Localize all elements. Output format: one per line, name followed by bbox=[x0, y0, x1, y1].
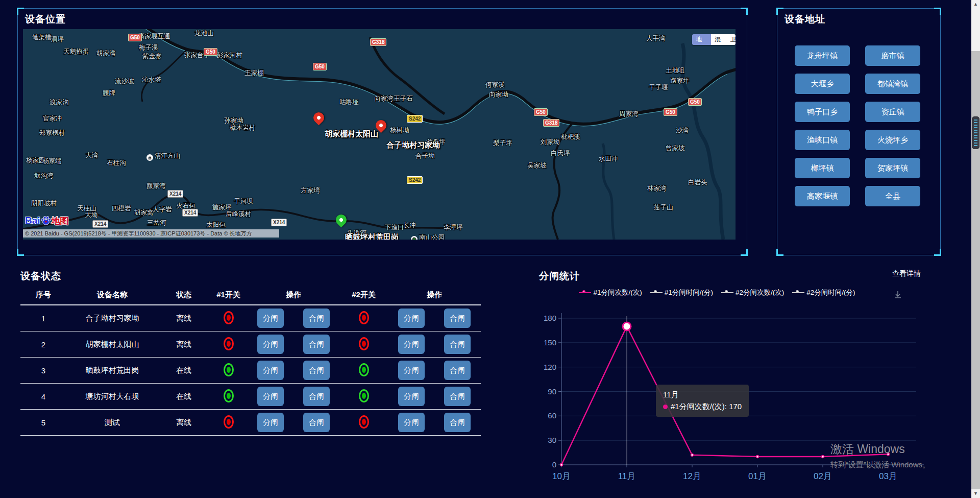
address-button-moshi[interactable]: 磨市镇 bbox=[865, 45, 920, 66]
switch1-indicator bbox=[224, 363, 234, 376]
device-status-table: 序号 设备名称 状态 #1开关 操作 #2开关 操作 1 合子坳村习家坳 离线 … bbox=[20, 285, 481, 436]
corner-accent bbox=[934, 249, 941, 256]
device-location-panel: 设备位置 笔架槽洞坪高家堰互通龙池山天鹅抱蛋胡家湾梅子溪紫金寨张家台子彭家河村王… bbox=[17, 8, 747, 255]
close-breaker-button[interactable]: 合闸 bbox=[444, 413, 471, 432]
close-breaker-button[interactable]: 合闸 bbox=[303, 413, 330, 432]
close-breaker-button[interactable]: 合闸 bbox=[444, 309, 471, 328]
map-place-label: 路家坪 bbox=[670, 77, 690, 85]
map-place-label: 樟木岩村 bbox=[230, 124, 255, 132]
device-name: 晒鼓坪村荒田岗 bbox=[66, 366, 158, 375]
park-poi-icon bbox=[411, 236, 418, 240]
address-button-ziqiu[interactable]: 资丘镇 bbox=[865, 102, 920, 122]
legend-item[interactable]: #2分闸次数/(次) bbox=[721, 288, 784, 297]
map-place-label: 水田冲 bbox=[599, 155, 618, 163]
map-place-label: 石柱沟 bbox=[107, 159, 126, 168]
os-scrollbar[interactable]: ▲ ▼ bbox=[971, 0, 980, 498]
open-breaker-button[interactable]: 分闸 bbox=[257, 361, 284, 380]
map-place-label: 堰沟湾 bbox=[34, 172, 54, 180]
baidu-map[interactable]: 笔架槽洞坪高家堰互通龙池山天鹅抱蛋胡家湾梅子溪紫金寨张家台子彭家河村王家棚流沙坡… bbox=[23, 29, 736, 240]
device-address-panel: 设备地址 龙舟坪镇 磨市镇 大堰乡 都镇湾镇 鸭子口乡 资丘镇 渔峡口镇 火烧坪… bbox=[777, 8, 941, 255]
device-name: 测试 bbox=[66, 418, 158, 428]
address-button-duzhenwan[interactable]: 都镇湾镇 bbox=[865, 74, 920, 94]
svg-text:0: 0 bbox=[552, 460, 556, 469]
open-breaker-button[interactable]: 分闸 bbox=[257, 387, 284, 406]
mountain-poi-icon bbox=[146, 154, 153, 161]
map-place-label: 清江方山 bbox=[146, 152, 180, 161]
address-button-hejiaping[interactable]: 贺家坪镇 bbox=[865, 158, 920, 178]
open-breaker-button[interactable]: 分闸 bbox=[257, 309, 284, 328]
map-place-label: 刘家坳 bbox=[541, 138, 560, 147]
table-row: 2 胡家棚村太阳山 离线 分闸合闸 分闸合闸 bbox=[20, 331, 481, 358]
legend-item[interactable]: #1分闸次数/(次) bbox=[579, 288, 642, 297]
map-place-label: 颜家湾 bbox=[146, 182, 166, 191]
address-button-yuxiakou[interactable]: 渔峡口镇 bbox=[795, 130, 850, 150]
open-breaker-button[interactable]: 分闸 bbox=[257, 413, 284, 432]
open-breaker-button[interactable]: 分闸 bbox=[398, 309, 425, 328]
svg-text:60: 60 bbox=[548, 411, 556, 420]
svg-text:11月: 11月 bbox=[618, 471, 636, 481]
download-icon[interactable] bbox=[893, 290, 902, 301]
scroll-up-arrow-icon[interactable]: ▲ bbox=[971, 0, 980, 9]
map-place-label: 龙池山 bbox=[194, 29, 214, 38]
map-place-label: 沁水塔 bbox=[142, 76, 161, 84]
view-details-link[interactable]: 查看详情 bbox=[892, 269, 921, 278]
row-index: 1 bbox=[20, 314, 66, 323]
address-button-quanxian[interactable]: 全县 bbox=[865, 186, 920, 206]
device-name: 胡家棚村太阳山 bbox=[66, 340, 158, 349]
legend-item[interactable]: #2分闸时间/(分) bbox=[792, 288, 855, 297]
close-breaker-button[interactable]: 合闸 bbox=[303, 361, 330, 380]
map-type-toggle: 地图 混合 卫星 bbox=[692, 34, 736, 45]
map-place-label: 白氏坪 bbox=[551, 149, 570, 158]
map-place-label: 渡家沟 bbox=[50, 98, 69, 107]
close-breaker-button[interactable]: 合闸 bbox=[303, 387, 330, 406]
svg-text:30: 30 bbox=[548, 436, 556, 444]
map-place-label: 吴家坡 bbox=[527, 161, 547, 170]
address-button-yazikou[interactable]: 鸭子口乡 bbox=[795, 102, 850, 122]
table-header: 序号 设备名称 状态 #1开关 操作 #2开关 操作 bbox=[20, 285, 481, 305]
map-place-label: 干子堰 bbox=[649, 83, 668, 92]
address-button-longzhouping[interactable]: 龙舟坪镇 bbox=[795, 45, 850, 66]
address-button-dayan[interactable]: 大堰乡 bbox=[795, 74, 850, 94]
map-mode-button[interactable]: 地图 bbox=[692, 34, 711, 45]
close-breaker-button[interactable]: 合闸 bbox=[303, 309, 330, 328]
map-place-label: 大湾 bbox=[85, 151, 98, 160]
row-index: 2 bbox=[20, 340, 66, 349]
address-button-langping[interactable]: 榔坪镇 bbox=[795, 158, 850, 178]
address-button-grid: 龙舟坪镇 磨市镇 大堰乡 都镇湾镇 鸭子口乡 资丘镇 渔峡口镇 火烧坪乡 榔坪镇… bbox=[795, 45, 920, 206]
row-index: 3 bbox=[20, 366, 66, 375]
close-breaker-button[interactable]: 合闸 bbox=[303, 335, 330, 354]
map-place-label: 干河坝 bbox=[234, 197, 253, 206]
map-place-label: 人手湾 bbox=[646, 34, 666, 43]
map-place-label: 梅子溪 bbox=[139, 43, 158, 52]
road-shield-badge: S242 bbox=[407, 115, 423, 123]
switch2-indicator bbox=[359, 415, 369, 429]
map-place-label: 咕噜垭 bbox=[339, 98, 359, 107]
open-breaker-button[interactable]: 分闸 bbox=[398, 413, 425, 432]
switch2-indicator bbox=[359, 389, 369, 402]
side-scroll-widget[interactable] bbox=[972, 116, 979, 149]
legend-item[interactable]: #1分闸时间/(分) bbox=[650, 288, 713, 297]
windows-activation-watermark: 激活 Windows bbox=[830, 441, 905, 457]
open-breaker-button[interactable]: 分闸 bbox=[398, 335, 425, 354]
map-place-label: 南山公园 bbox=[411, 233, 445, 240]
map-place-label: 王子石 bbox=[394, 94, 413, 103]
hybrid-mode-button[interactable]: 混合 bbox=[711, 34, 730, 45]
satellite-mode-button[interactable]: 卫星 bbox=[730, 34, 736, 45]
legend-marker-icon bbox=[650, 290, 663, 295]
map-place-label: 长冲 bbox=[403, 221, 416, 230]
close-breaker-button[interactable]: 合闸 bbox=[444, 335, 471, 354]
switch1-indicator bbox=[224, 337, 234, 350]
road-shield-badge: G50 bbox=[688, 98, 702, 106]
open-breaker-button[interactable]: 分闸 bbox=[398, 361, 425, 380]
address-button-huoshaoping[interactable]: 火烧坪乡 bbox=[865, 130, 920, 150]
device-pin-label: 合子坳村习家坳 bbox=[386, 140, 440, 150]
open-breaker-button[interactable]: 分闸 bbox=[398, 387, 425, 406]
open-breaker-button[interactable]: 分闸 bbox=[257, 335, 284, 354]
map-place-label: 胡家湾 bbox=[96, 49, 116, 58]
map-place-label: 周家湾 bbox=[619, 110, 639, 118]
close-breaker-button[interactable]: 合闸 bbox=[444, 387, 471, 406]
scroll-down-arrow-icon[interactable]: ▼ bbox=[971, 489, 980, 498]
address-button-gaojiayan[interactable]: 高家堰镇 bbox=[795, 186, 850, 206]
close-breaker-button[interactable]: 合闸 bbox=[444, 361, 471, 380]
map-place-label: 紫金寨 bbox=[142, 52, 162, 61]
